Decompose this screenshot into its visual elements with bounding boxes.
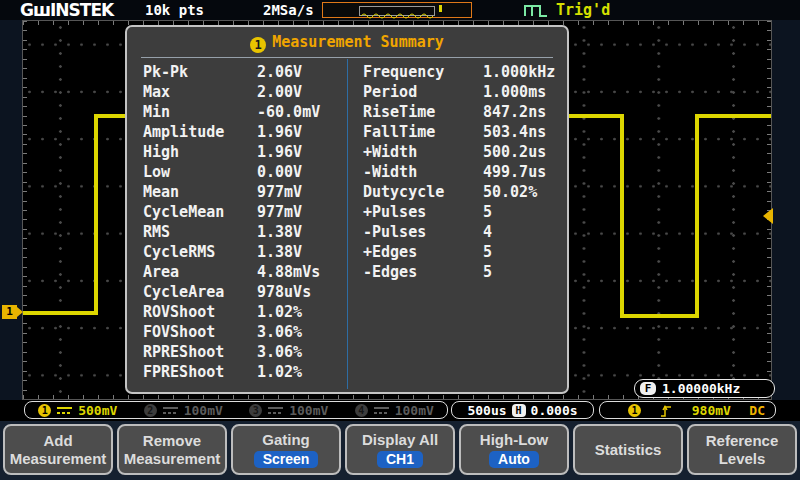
measurements-right-column: Frequency1.000kHz Period1.000ms RiseTime… — [363, 62, 563, 282]
display-all-button[interactable]: Display All CH1 — [345, 424, 455, 475]
logo-text: G — [20, 0, 33, 20]
measurement-name: FallTime — [363, 122, 483, 142]
measurement-name: Area — [143, 262, 257, 282]
measurement-row: RMS1.38V — [143, 222, 343, 242]
measurement-row: +Edges5 — [363, 242, 563, 262]
popup-header: 1Measurement Summary — [127, 33, 567, 53]
measurement-name: Dutycycle — [363, 182, 483, 202]
measurement-row: ROVShoot1.02% — [143, 302, 343, 322]
measurement-name: Frequency — [363, 62, 483, 82]
preview-sine-icon — [360, 12, 434, 20]
button-label: Add — [43, 432, 72, 450]
button-label: Remove — [143, 432, 201, 450]
measurement-value: 2.00V — [257, 83, 302, 101]
gwinstek-logo: GшINSTEK — [20, 0, 113, 20]
header-separator — [141, 57, 553, 58]
oscilloscope-screen: GшINSTEK 10k pts 2MSa/s Trig'd 1 — [0, 0, 800, 480]
measurement-value: 4 — [483, 223, 492, 241]
measurement-value: 2.06V — [257, 63, 302, 81]
measurement-name: RPREShoot — [143, 342, 257, 362]
measurement-value: 0.00V — [257, 163, 302, 181]
measurement-name: CycleArea — [143, 282, 257, 302]
channel-4-status[interactable]: 4 100mV — [355, 403, 434, 418]
measurement-row: FPREShoot1.02% — [143, 362, 343, 382]
measurement-row: RPREShoot3.06% — [143, 342, 343, 362]
measurements-left-column: Pk-Pk2.06V Max2.00V Min-60.0mV Amplitude… — [143, 62, 343, 382]
channel-4-scale: 100mV — [395, 403, 434, 418]
measurement-name: ROVShoot — [143, 302, 257, 322]
reference-levels-button[interactable]: Reference Levels — [687, 424, 797, 475]
measurement-row: Frequency1.000kHz — [363, 62, 563, 82]
measurement-name: Amplitude — [143, 122, 257, 142]
dc-coupling-icon — [163, 406, 178, 415]
add-measurement-button[interactable]: Add Measurement — [3, 424, 113, 475]
logo-text: INSTEK — [50, 0, 113, 20]
measurement-name: FOVShoot — [143, 322, 257, 342]
measurement-name: +Edges — [363, 242, 483, 262]
measurement-name: +Width — [363, 142, 483, 162]
channel-2-number: 2 — [144, 404, 157, 417]
button-label: Measurement — [10, 450, 107, 468]
high-low-button[interactable]: High-Low Auto — [459, 424, 569, 475]
measurement-row: CycleArea978uVs — [143, 282, 343, 302]
measurement-name: CycleRMS — [143, 242, 257, 262]
display-all-value-pill: CH1 — [377, 451, 423, 468]
channel-1-badge: 1 — [250, 37, 266, 53]
measurement-row: RiseTime847.2ns — [363, 102, 563, 122]
trigger-status-box[interactable]: 1 980mV DC — [599, 401, 776, 419]
measurement-row: Period1.000ms — [363, 82, 563, 102]
measurement-value: 1.000ms — [483, 83, 546, 101]
button-label: Reference — [706, 432, 779, 450]
measurement-value: 1.000kHz — [483, 63, 555, 81]
channel-1-scale: 500mV — [78, 403, 117, 418]
measurement-value: 977mV — [257, 203, 302, 221]
remove-measurement-button[interactable]: Remove Measurement — [117, 424, 227, 475]
measurement-name: CycleMean — [143, 202, 257, 222]
statistics-button[interactable]: Statistics — [573, 424, 683, 475]
measurement-value: 1.38V — [257, 243, 302, 261]
measurement-value: 499.7us — [483, 163, 546, 181]
button-label: Levels — [719, 450, 766, 468]
measurement-row: -Pulses4 — [363, 222, 563, 242]
high-low-value-pill: Auto — [489, 451, 539, 468]
channel-3-number: 3 — [249, 404, 262, 417]
trigger-level-marker[interactable] — [763, 208, 773, 224]
measurement-value: 3.06% — [257, 343, 302, 361]
gating-value-pill: Screen — [254, 451, 319, 468]
frequency-value: 1.00000kHz — [662, 381, 740, 396]
measurement-row: Mean977mV — [143, 182, 343, 202]
measurement-name: Pk-Pk — [143, 62, 257, 82]
measurement-value: 977mV — [257, 183, 302, 201]
measurement-value: -60.0mV — [257, 103, 320, 121]
channel-3-scale: 100mV — [289, 403, 328, 418]
measurement-row: +Width500.2us — [363, 142, 563, 162]
measurement-value: 5 — [483, 263, 492, 281]
measurement-row: Amplitude1.96V — [143, 122, 343, 142]
top-status-bar: GшINSTEK 10k pts 2MSa/s Trig'd — [0, 0, 800, 20]
measurement-value: 1.38V — [257, 223, 302, 241]
channel-1-status[interactable]: 1 500mV — [38, 403, 117, 418]
dc-coupling-icon — [374, 406, 389, 415]
measurement-row: FallTime503.4ns — [363, 122, 563, 142]
measurement-name: RMS — [143, 222, 257, 242]
gating-button[interactable]: Gating Screen — [231, 424, 341, 475]
measurement-name: -Edges — [363, 262, 483, 282]
measurement-name: Max — [143, 82, 257, 102]
button-label: Measurement — [124, 450, 221, 468]
ch1-ground-marker[interactable]: 1 — [2, 305, 17, 319]
pulse-trigger-icon — [523, 2, 549, 18]
measurement-name: Mean — [143, 182, 257, 202]
sample-rate: 2MSa/s — [263, 2, 314, 18]
trigger-level: 980mV — [692, 403, 731, 418]
channel-status-box[interactable]: 1 500mV 2 100mV 3 100mV 4 100mV — [24, 401, 448, 419]
timebase-status-box[interactable]: 500us H 0.000s — [451, 401, 594, 419]
button-label: High-Low — [480, 431, 548, 449]
channel-2-status[interactable]: 2 100mV — [144, 403, 223, 418]
measurement-value: 4.88mVs — [257, 263, 320, 281]
measurement-name: Period — [363, 82, 483, 102]
measurement-row: Min-60.0mV — [143, 102, 343, 122]
preview-window — [359, 6, 435, 16]
measurement-name: +Pulses — [363, 202, 483, 222]
channel-3-status[interactable]: 3 100mV — [249, 403, 328, 418]
column-divider — [347, 59, 348, 389]
